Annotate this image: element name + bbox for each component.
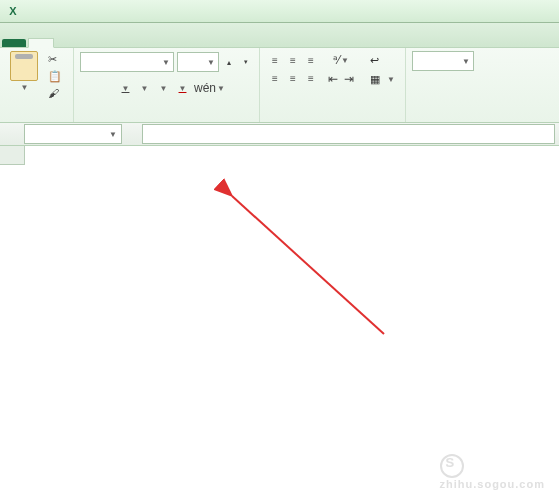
- excel-icon[interactable]: X: [4, 2, 22, 20]
- chevron-down-icon: ▼: [179, 84, 187, 93]
- chevron-down-icon: ▼: [162, 58, 170, 67]
- increase-decimal-button[interactable]: [469, 77, 483, 95]
- italic-button[interactable]: [99, 79, 113, 97]
- watermark: zhihu.sogou.com: [440, 454, 545, 490]
- tab-home[interactable]: [28, 38, 54, 48]
- brush-icon: 🖌: [48, 87, 59, 99]
- tab-formulas[interactable]: [102, 39, 126, 47]
- format-painter-button[interactable]: 🖌: [46, 85, 67, 101]
- annotation-arrow: [24, 164, 524, 500]
- group-number: ▼: [406, 48, 508, 122]
- orientation-button[interactable]: ᵃ⁄▼: [326, 51, 356, 69]
- font-name-select[interactable]: ▼: [80, 52, 174, 72]
- group-label-clipboard: [6, 119, 67, 120]
- paste-icon: [10, 51, 38, 81]
- align-bottom-center[interactable]: ≡: [284, 69, 302, 87]
- decrease-font-button[interactable]: ▾: [239, 53, 253, 71]
- group-label-font: [80, 119, 253, 120]
- group-label-number: [412, 119, 502, 120]
- align-bottom-left[interactable]: ≡: [266, 69, 284, 87]
- tab-file[interactable]: [2, 39, 26, 47]
- chevron-down-icon: ▼: [109, 130, 117, 139]
- tab-view[interactable]: [174, 39, 198, 47]
- underline-button[interactable]: ▼: [118, 79, 132, 97]
- fill-color-button[interactable]: ▼: [156, 79, 170, 97]
- increase-indent-button[interactable]: ⇥: [342, 70, 356, 88]
- title-bar: X: [0, 0, 559, 23]
- border-button[interactable]: ▼: [137, 79, 151, 97]
- chevron-down-icon: ▼: [387, 75, 395, 84]
- worksheet: zhihu.sogou.com: [0, 146, 559, 500]
- chevron-down-icon: ▼: [207, 58, 215, 67]
- decrease-indent-button[interactable]: ⇤: [326, 70, 340, 88]
- redo-icon[interactable]: [64, 2, 82, 20]
- svg-line-0: [232, 196, 384, 334]
- decrease-decimal-button[interactable]: [488, 77, 502, 95]
- tab-review[interactable]: [150, 39, 174, 47]
- group-font: ▼ ▼ ▴ ▾ ▼ ▼ ▼ ▼ wén▼: [74, 48, 260, 122]
- number-format-select[interactable]: ▼: [412, 51, 474, 71]
- scissors-icon: ✂: [48, 53, 57, 66]
- chevron-down-icon: ▼: [122, 84, 130, 93]
- select-all-corner[interactable]: [0, 146, 25, 165]
- phonetic-button[interactable]: wén▼: [194, 79, 225, 97]
- chevron-down-icon: ▼: [462, 57, 470, 66]
- ribbon-tabs: [0, 23, 559, 48]
- tab-team[interactable]: [198, 39, 222, 47]
- font-size-select[interactable]: ▼: [177, 52, 219, 72]
- group-label-alignment: [266, 119, 399, 120]
- align-bottom-right[interactable]: ≡: [302, 69, 320, 87]
- name-box[interactable]: ▼: [24, 124, 122, 144]
- save-icon[interactable]: [24, 2, 42, 20]
- chevron-down-icon: ▼: [160, 84, 168, 93]
- ribbon: ▼ ✂ 📋 🖌 ▼ ▼ ▴ ▾ ▼ ▼ ▼ ▼: [0, 48, 559, 123]
- copy-icon: 📋: [48, 70, 62, 83]
- formula-bar[interactable]: [142, 124, 555, 144]
- paste-button[interactable]: ▼: [6, 51, 42, 92]
- bold-button[interactable]: [80, 79, 94, 97]
- wrap-icon: ↩: [370, 54, 379, 67]
- merge-icon: ▦: [370, 73, 380, 86]
- currency-button[interactable]: [412, 77, 426, 95]
- cut-button[interactable]: ✂: [46, 51, 67, 67]
- align-top-left[interactable]: ≡: [266, 51, 284, 69]
- comma-button[interactable]: [450, 77, 464, 95]
- tab-data[interactable]: [126, 39, 150, 47]
- percent-button[interactable]: [431, 77, 445, 95]
- chevron-down-icon: ▼: [341, 56, 349, 65]
- chevron-down-icon: ▼: [21, 83, 29, 92]
- qat-more-icon[interactable]: [84, 2, 102, 20]
- alignment-grid: ≡ ≡ ≡ ≡ ≡ ≡: [266, 51, 318, 85]
- merge-center-button[interactable]: ▦▼: [366, 70, 399, 88]
- tab-page-layout[interactable]: [78, 39, 102, 47]
- align-top-right[interactable]: ≡: [302, 51, 320, 69]
- copy-button[interactable]: 📋: [46, 68, 67, 84]
- align-top-center[interactable]: ≡: [284, 51, 302, 69]
- font-color-button[interactable]: ▼: [175, 79, 189, 97]
- chevron-down-icon: ▼: [217, 84, 225, 93]
- increase-font-button[interactable]: ▴: [222, 53, 236, 71]
- group-clipboard: ▼ ✂ 📋 🖌: [0, 48, 74, 122]
- quick-access-toolbar: X: [4, 2, 102, 20]
- tab-insert[interactable]: [54, 39, 78, 47]
- undo-icon[interactable]: [44, 2, 62, 20]
- chevron-down-icon: ▼: [141, 84, 149, 93]
- wrap-text-button[interactable]: ↩: [366, 51, 399, 69]
- formula-bar-row: ▼: [0, 123, 559, 146]
- group-alignment: ≡ ≡ ≡ ≡ ≡ ≡ ᵃ⁄▼ ⇤ ⇥ ↩ ▦▼: [260, 48, 406, 122]
